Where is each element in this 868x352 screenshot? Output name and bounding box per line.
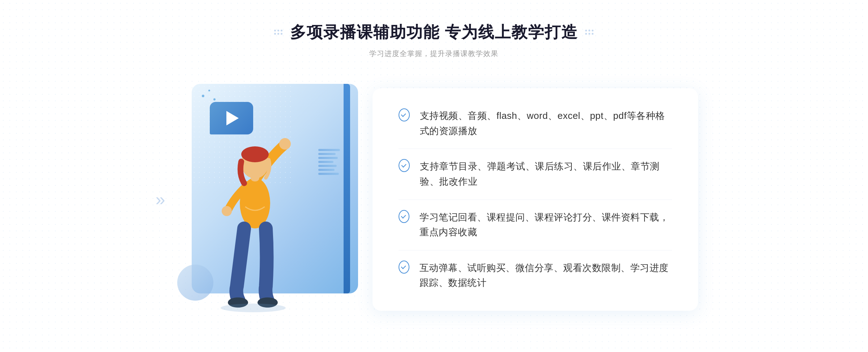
dot (274, 30, 276, 31)
svg-point-6 (221, 304, 286, 312)
feature-text-4: 互动弹幕、试听购买、微信分享、观看次数限制、学习进度跟踪、数据统计 (420, 261, 672, 291)
stripe-line (318, 165, 337, 167)
illustration-container: » (170, 77, 380, 322)
right-decorative-dots (585, 30, 594, 35)
check-icon-3 (399, 210, 409, 223)
sparkle-dot (208, 90, 210, 91)
stripe-line (318, 153, 336, 155)
sparkle-dot (213, 98, 216, 100)
play-icon (226, 111, 239, 125)
dot (277, 30, 279, 31)
stripe-line (318, 161, 333, 163)
check-icon-2 (399, 159, 410, 172)
dot (585, 30, 587, 31)
feature-item-4: 互动弹幕、试听购买、微信分享、观看次数限制、学习进度跟踪、数据统计 (399, 250, 672, 291)
svg-point-8 (222, 206, 232, 216)
dot (592, 30, 593, 31)
stripe-line (318, 149, 340, 151)
svg-point-3 (241, 146, 269, 162)
chevron-right-icon: » (156, 191, 165, 208)
header-section: 多项录播课辅助功能 专为线上教学打造 学习进度全掌握，提升录播课教学效果 (274, 22, 594, 59)
title-row: 多项录播课辅助功能 专为线上教学打造 (274, 22, 594, 43)
stripe-line (318, 173, 339, 175)
person-illustration (192, 127, 315, 315)
check-icon-1 (399, 108, 410, 121)
check-icon-4 (399, 261, 409, 274)
dot (588, 33, 590, 35)
feature-text-2: 支持章节目录、弹题考试、课后练习、课后作业、章节测验、批改作业 (420, 159, 672, 189)
dot (592, 33, 593, 35)
dot (281, 30, 282, 31)
page-title: 多项录播课辅助功能 专为线上教学打造 (290, 22, 578, 43)
left-decorative-dots (274, 30, 283, 35)
dot (281, 33, 282, 35)
feature-item-3: 学习笔记回看、课程提问、课程评论打分、课件资料下载，重点内容收藏 (399, 200, 672, 250)
sparkle-dot (202, 95, 204, 97)
svg-point-7 (279, 138, 291, 150)
stripe-line (318, 157, 338, 159)
stripe-line (318, 169, 335, 171)
feature-item-2: 支持章节目录、弹题考试、课后练习、课后作业、章节测验、批改作业 (399, 149, 672, 199)
features-card: 支持视频、音频、flash、word、excel、ppt、pdf等各种格式的资源… (373, 88, 698, 311)
content-area: » 支持视频、音频、flash、word、excel、ppt、pdf等各种格式的… (145, 77, 723, 322)
left-chevron-decoration: » (156, 191, 165, 208)
dot (585, 33, 587, 35)
feature-text-3: 学习笔记回看、课程提问、课程评论打分、课件资料下载，重点内容收藏 (420, 210, 672, 240)
dot (277, 33, 279, 35)
dot (274, 33, 276, 35)
blue-accent-bar (344, 84, 350, 293)
stripe-decoration (318, 149, 340, 178)
dot (588, 30, 590, 31)
page-subtitle: 学习进度全掌握，提升录播课教学效果 (274, 49, 594, 59)
feature-text-1: 支持视频、音频、flash、word、excel、ppt、pdf等各种格式的资源… (420, 108, 672, 138)
feature-item-1: 支持视频、音频、flash、word、excel、ppt、pdf等各种格式的资源… (399, 108, 672, 149)
